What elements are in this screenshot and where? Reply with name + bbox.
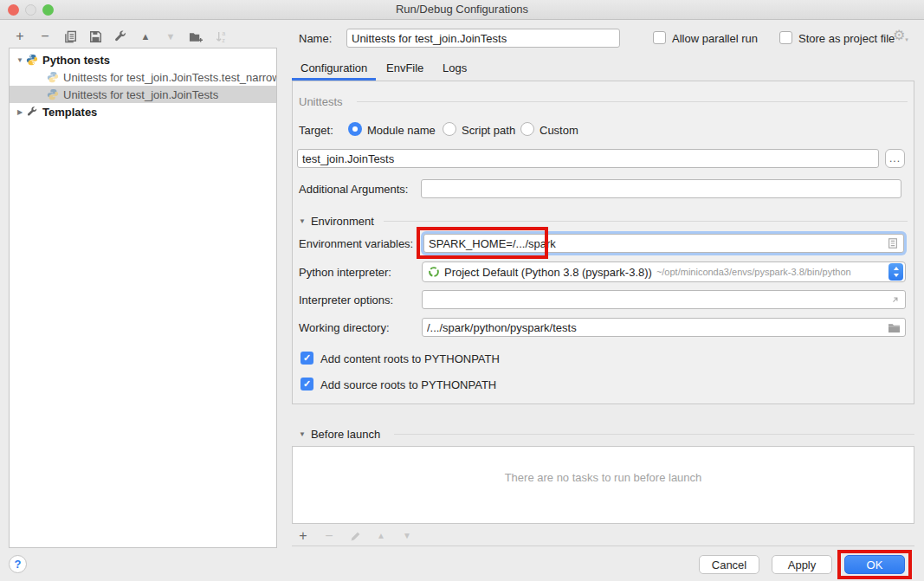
unittests-group-rule [357, 101, 908, 102]
python-interpreter-value: Project Default (Python 3.8 (pyspark-3.8… [444, 266, 652, 279]
gear-icon[interactable]: ⚙▾ [893, 27, 908, 43]
python-interpreter-label: Python interpreter: [299, 266, 391, 279]
tab-envfile[interactable]: EnvFile [386, 61, 423, 74]
dropdown-spinner-icon [888, 263, 903, 281]
store-as-project-file-checkbox[interactable] [779, 31, 792, 44]
target-module-name-radio[interactable] [348, 122, 362, 136]
target-module-name-label: Module name [367, 124, 436, 137]
target-custom-radio[interactable] [520, 122, 534, 136]
conda-environment-icon [428, 266, 440, 278]
edit-templates-wrench-icon[interactable] [113, 29, 128, 43]
collapse-triangle-icon[interactable]: ▼ [299, 217, 306, 225]
run-debug-configurations-dialog: Run/Debug Configurations + − ▲ ▼ az ▼ [0, 0, 924, 581]
add-content-roots-checkbox[interactable]: ✓ [300, 352, 313, 365]
before-launch-task-list[interactable]: There are no tasks to run before launch [292, 446, 914, 524]
tree-item-label: Python tests [42, 54, 110, 67]
python-interpreter-select[interactable]: Project Default (Python 3.8 (pyspark-3.8… [422, 261, 906, 282]
save-configuration-icon[interactable] [87, 29, 103, 43]
before-launch-group-header[interactable]: ▼ Before launch [299, 428, 380, 441]
name-input[interactable] [352, 32, 615, 45]
python-test-icon [46, 71, 60, 83]
name-field-box [346, 29, 620, 48]
environment-group-rule [384, 221, 908, 222]
remove-configuration-icon[interactable]: − [37, 29, 53, 43]
additional-arguments-input[interactable] [426, 183, 896, 196]
python-test-icon [46, 88, 60, 100]
browse-module-button[interactable]: ... [885, 149, 905, 168]
tree-item-label: Unittests for test_join.JoinTests.test_n… [63, 71, 276, 84]
additional-arguments-field-box [421, 179, 901, 198]
target-label: Target: [299, 124, 333, 137]
environment-group-header[interactable]: ▼ Environment [299, 215, 374, 228]
allow-parallel-run-label: Allow parallel run [672, 32, 758, 45]
new-folder-icon[interactable] [188, 29, 204, 43]
collapse-triangle-icon[interactable]: ▼ [299, 430, 306, 438]
configurations-toolbar: + − ▲ ▼ az [12, 29, 229, 43]
cancel-button[interactable]: Cancel [699, 555, 759, 574]
python-tests-icon [25, 54, 39, 66]
interpreter-options-field-box [422, 290, 906, 309]
environment-variables-label: Environment variables: [299, 237, 413, 250]
before-launch-empty-text: There are no tasks to run before launch [505, 471, 702, 484]
edit-task-pencil-icon [347, 529, 363, 543]
apply-button[interactable]: Apply [772, 555, 832, 574]
target-script-path-radio[interactable] [443, 122, 456, 136]
tab-logs[interactable]: Logs [443, 61, 467, 74]
edit-variables-list-icon[interactable] [887, 237, 899, 249]
templates-wrench-icon [25, 107, 39, 118]
tree-item-test-narrow[interactable]: Unittests for test_join.JoinTests.test_n… [10, 68, 276, 86]
interpreter-options-input[interactable] [427, 294, 889, 307]
allow-parallel-run-checkbox[interactable] [653, 31, 666, 44]
tree-item-templates[interactable]: ▶ Templates [10, 103, 276, 120]
expand-caret-icon[interactable]: ▶ [15, 108, 25, 116]
interpreter-options-label: Interpreter options: [299, 294, 393, 307]
svg-text:a: a [222, 30, 225, 36]
expand-field-icon[interactable] [889, 294, 901, 306]
sort-configurations-icon: az [213, 29, 229, 43]
move-down-icon: ▼ [163, 29, 178, 43]
target-custom-label: Custom [540, 124, 578, 137]
environment-group-label: Environment [311, 215, 374, 228]
move-up-icon[interactable]: ▲ [138, 29, 153, 43]
module-name-field-box [297, 149, 879, 168]
window-title: Run/Debug Configurations [0, 3, 924, 16]
before-launch-label: Before launch [311, 428, 380, 441]
add-source-roots-checkbox[interactable]: ✓ [300, 378, 313, 391]
name-label: Name: [299, 32, 332, 45]
help-button[interactable]: ? [9, 555, 27, 573]
tree-item-python-tests[interactable]: ▼ Python tests [10, 51, 276, 68]
add-source-roots-label: Add source roots to PYTHONPATH [320, 378, 496, 391]
footer-separator [292, 545, 914, 546]
python-interpreter-path: ~/opt/miniconda3/envs/pyspark-3.8/bin/py… [656, 267, 884, 277]
before-launch-rule [394, 434, 914, 435]
move-task-up-icon: ▲ [373, 529, 389, 543]
folder-browse-icon[interactable] [888, 322, 901, 333]
store-as-project-file-label: Store as project file [798, 32, 895, 45]
add-task-icon[interactable]: + [295, 529, 311, 543]
module-name-input[interactable] [302, 152, 874, 165]
working-directory-input[interactable] [427, 321, 888, 334]
tree-item-jointests-selected[interactable]: Unittests for test_join.JoinTests [10, 86, 276, 103]
ok-button[interactable]: OK [844, 555, 905, 574]
tree-item-label: Unittests for test_join.JoinTests [63, 88, 218, 101]
copy-configuration-icon[interactable] [62, 29, 78, 43]
add-configuration-icon[interactable]: + [12, 29, 28, 43]
title-bar: Run/Debug Configurations [0, 0, 924, 20]
working-directory-field-box [422, 318, 906, 337]
unittests-group-label: Unittests [299, 95, 343, 108]
move-task-down-icon: ▼ [399, 529, 415, 543]
working-directory-label: Working directory: [299, 321, 390, 334]
collapse-caret-icon[interactable]: ▼ [15, 56, 25, 64]
environment-variables-input[interactable] [429, 237, 887, 250]
svg-text:z: z [222, 36, 224, 42]
add-content-roots-label: Add content roots to PYTHONPATH [320, 352, 500, 365]
remove-task-icon: − [321, 529, 337, 543]
tree-item-label: Templates [42, 106, 97, 119]
environment-variables-field-box [423, 234, 904, 253]
configurations-tree: ▼ Python tests Unittests for test_join.J… [9, 48, 277, 548]
target-script-path-label: Script path [462, 124, 515, 137]
before-launch-toolbar: + − ▲ ▼ [295, 529, 415, 543]
additional-arguments-label: Additional Arguments: [299, 183, 408, 196]
tab-configuration[interactable]: Configuration [300, 61, 367, 74]
